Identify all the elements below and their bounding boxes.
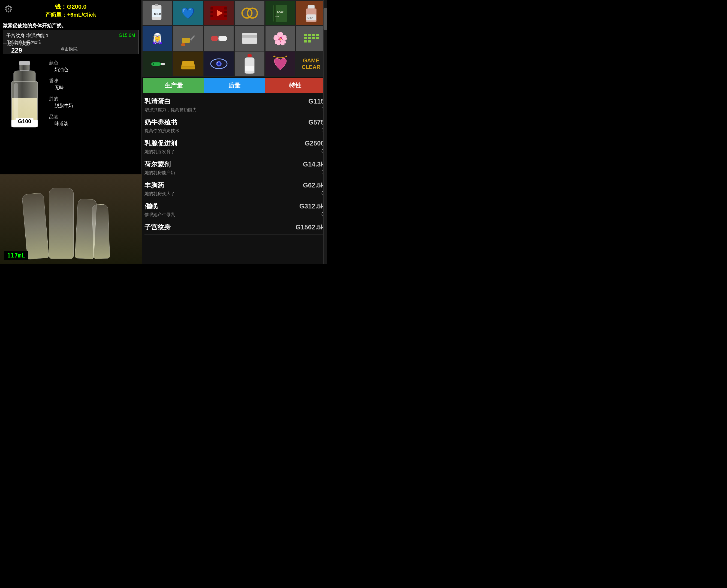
- svg-rect-14: [224, 7, 227, 9]
- svg-rect-47: [153, 63, 154, 65]
- breast-pill-name: 丰胸药: [144, 181, 164, 190]
- pills-icon: [302, 31, 320, 45]
- game-clear-line2: CLEAR: [302, 64, 320, 70]
- svg-rect-12: [210, 11, 213, 13]
- attr-color: 颜色 奶油色: [49, 60, 136, 73]
- icon-pills[interactable]: [296, 26, 326, 51]
- icon-paint[interactable]: [173, 26, 203, 51]
- tab-quality[interactable]: 质量: [204, 78, 265, 93]
- shop-item-breast-pill[interactable]: 丰胸药 G62.5k 她的乳房变大了 0: [144, 178, 325, 199]
- icon-capsule[interactable]: [204, 26, 234, 51]
- shop-list[interactable]: 乳清蛋白 G115 增强抓握力，提高挤奶能力 1 奶牛养殖书 G575 提高你的…: [142, 93, 327, 264]
- svg-rect-32: [242, 33, 257, 44]
- bottle-attributes: 颜色 奶油色 香味 无味 胖的 脱脂牛奶 品尝 味道淡: [49, 57, 136, 132]
- icon-game-clear[interactable]: GAME CLEAR: [296, 51, 326, 76]
- svg-rect-29: [211, 36, 219, 41]
- settings-icon[interactable]: ⚙: [4, 3, 13, 15]
- tab-production[interactable]: 生产量: [143, 78, 204, 93]
- rings-icon: [240, 6, 259, 21]
- photo-area: 117mL: [0, 174, 142, 264]
- film-icon: [210, 6, 228, 21]
- attr-taste-label: 品尝: [49, 113, 136, 120]
- svg-rect-38: [304, 37, 307, 39]
- svg-rect-55: [248, 54, 252, 57]
- attr-color-label: 颜色: [49, 60, 136, 66]
- breast-pill-desc: 她的乳房变大了: [144, 191, 175, 197]
- svg-rect-49: [181, 66, 195, 69]
- svg-rect-15: [224, 11, 227, 13]
- svg-rect-5: [19, 61, 30, 65]
- shop-item-dairy-book[interactable]: 奶牛养殖书 G575 提高你的挤奶技术 1: [144, 115, 325, 136]
- icon-syringe[interactable]: [143, 51, 172, 76]
- hormone-name: 荷尔蒙剂: [144, 160, 171, 169]
- icon-milk-bottle[interactable]: MILK: [296, 1, 326, 25]
- uterus-name: 子宫纹身: [144, 223, 171, 232]
- shop-item-hormone[interactable]: 荷尔蒙剂 G14.3k 她的乳房能产奶 1: [144, 157, 325, 178]
- svg-rect-27: [182, 38, 190, 43]
- whey-price: G115: [308, 98, 325, 105]
- icon-milk-tube[interactable]: MILK: [143, 1, 172, 25]
- hormone-price: G14.3k: [303, 161, 325, 168]
- production-display: 产奶量：+6mL/Click: [0, 11, 142, 19]
- tab-traits[interactable]: 特性: [265, 78, 326, 93]
- svg-rect-11: [210, 7, 213, 9]
- milk-bottle-icon: MILK: [304, 3, 319, 23]
- right-scrollbar[interactable]: [323, 0, 327, 264]
- anime-girl-emoji: 🧝‍♀️: [151, 33, 164, 44]
- svg-rect-13: [210, 15, 213, 17]
- attr-taste-value: 味道淡: [55, 121, 136, 127]
- svg-point-54: [217, 62, 218, 63]
- click-counter: —总点击次数 229: [3, 40, 30, 54]
- icon-rings[interactable]: [235, 1, 265, 25]
- svg-point-57: [273, 56, 275, 57]
- icon-anime-girl[interactable]: 🧝‍♀️: [143, 26, 172, 51]
- icon-eye[interactable]: [204, 51, 234, 76]
- icon-card[interactable]: [235, 26, 265, 51]
- svg-text:·····: ·····: [275, 15, 279, 18]
- svg-rect-33: [242, 35, 257, 38]
- svg-rect-41: [316, 37, 319, 39]
- svg-rect-35: [308, 34, 311, 36]
- scrollbar-thumb[interactable]: [324, 8, 327, 30]
- card-icon: [241, 31, 258, 45]
- shop-item-hypno[interactable]: 催眠 G312.5k 催眠她产生母乳 0: [144, 199, 325, 220]
- whey-desc: 增强抓握力，提高挤奶能力: [144, 107, 197, 113]
- uterus-price: G1562.5k: [296, 224, 325, 231]
- attr-smell-value: 无味: [55, 84, 136, 91]
- capsule-icon: [209, 33, 228, 44]
- svg-marker-48: [181, 61, 195, 66]
- attr-color-value: 奶油色: [55, 66, 136, 73]
- svg-text:MILK: MILK: [308, 16, 313, 19]
- svg-rect-36: [312, 34, 315, 36]
- svg-rect-56: [245, 66, 254, 71]
- bottle-container[interactable]: G100: [5, 60, 44, 136]
- eye-icon: [209, 57, 228, 71]
- icon-film[interactable]: [204, 1, 234, 25]
- dairy-book-price: G575: [308, 119, 325, 126]
- flower-emoji: 🌸: [273, 31, 288, 46]
- svg-text:book: book: [277, 10, 284, 14]
- shop-item-mammary[interactable]: 乳腺促进剂 G2500 她的乳腺发育了 0: [144, 136, 325, 157]
- icon-flower[interactable]: 🌸: [266, 26, 295, 51]
- left-panel: ⚙ 钱：G200.0 产奶量：+6mL/Click 激素促使她的身体开始产奶。 …: [0, 0, 142, 264]
- icon-gold-bar[interactable]: [173, 51, 203, 76]
- svg-rect-45: [161, 63, 165, 65]
- game-clear-text: GAME CLEAR: [302, 57, 320, 70]
- attr-fat: 胖的 脱脂牛奶: [49, 96, 136, 109]
- svg-rect-30: [219, 36, 227, 41]
- shop-item-uterus-tattoo[interactable]: 子宫纹身 G1562.5k: [144, 220, 325, 235]
- hypno-name: 催眠: [144, 202, 158, 211]
- icon-book[interactable]: book ·····: [266, 1, 295, 25]
- photo-bottle-2: [49, 188, 74, 259]
- svg-rect-24: [308, 5, 315, 9]
- icon-heart[interactable]: 💙: [173, 1, 203, 25]
- tooltip-title-text: 子宫纹身 增强功能 1: [6, 33, 48, 39]
- shop-item-whey[interactable]: 乳清蛋白 G115 增强抓握力，提高挤奶能力 1: [144, 94, 325, 115]
- icon-bottle-red[interactable]: [235, 51, 265, 76]
- svg-rect-43: [308, 40, 311, 42]
- svg-point-28: [181, 43, 185, 46]
- money-display: 钱：G200.0: [0, 3, 142, 11]
- icon-heart-necklace[interactable]: [266, 51, 295, 76]
- icon-grid: MILK 💙: [142, 0, 327, 77]
- attr-taste: 品尝 味道淡: [49, 113, 136, 127]
